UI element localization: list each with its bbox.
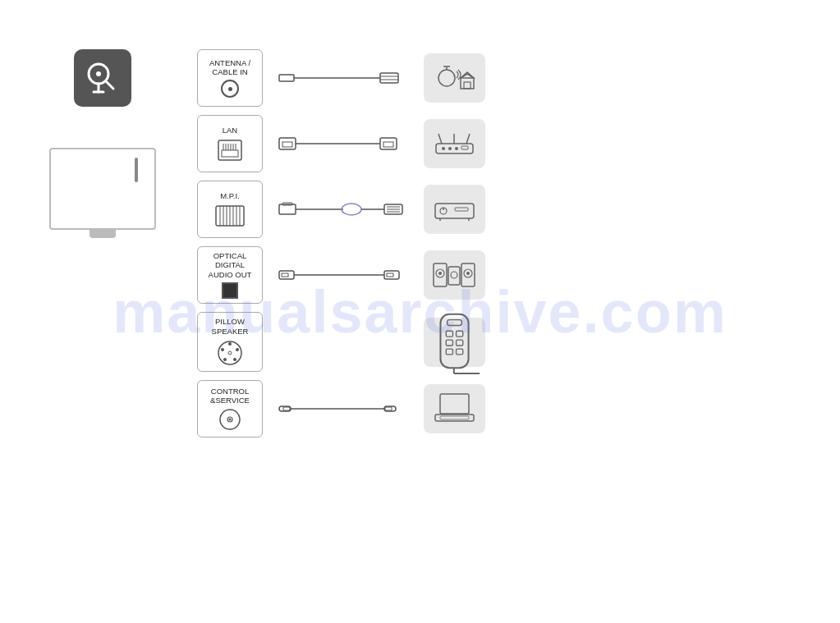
port-box-mpi: M.P.I. bbox=[197, 181, 263, 238]
pillow-speaker-icon bbox=[424, 309, 485, 376]
device-box-laptop bbox=[424, 384, 485, 433]
cable-area-antenna bbox=[278, 57, 409, 98]
tv-stand bbox=[90, 230, 116, 238]
router-icon bbox=[432, 126, 477, 163]
svg-point-75 bbox=[236, 348, 239, 351]
svg-rect-64 bbox=[387, 273, 393, 277]
optical-port-icon bbox=[222, 282, 238, 299]
svg-rect-68 bbox=[448, 267, 460, 285]
cable-icon-box bbox=[74, 49, 131, 107]
svg-rect-80 bbox=[440, 314, 468, 367]
service-port-icon bbox=[218, 408, 241, 431]
port-box-optical: OPTICALDIGITALAUDIO OUT bbox=[197, 246, 263, 304]
svg-rect-85 bbox=[457, 340, 463, 346]
left-column bbox=[49, 49, 156, 230]
device-box-settopbox bbox=[424, 185, 485, 234]
svg-rect-27 bbox=[380, 138, 397, 149]
svg-rect-61 bbox=[282, 273, 288, 277]
port-label-antenna: ANTENNA /CABLE IN bbox=[209, 58, 250, 77]
port-box-pillow: PILLOWSPEAKER bbox=[197, 312, 263, 372]
svg-point-69 bbox=[451, 272, 457, 278]
circular5pin-port-icon bbox=[216, 339, 244, 367]
tv-antenna-bar bbox=[135, 158, 138, 182]
svg-rect-28 bbox=[383, 142, 393, 147]
svg-rect-81 bbox=[448, 319, 462, 325]
device-box-speakers bbox=[424, 250, 485, 300]
svg-rect-83 bbox=[457, 331, 463, 337]
coax-port-icon bbox=[221, 80, 239, 98]
connector-row-service: CONTROL &SERVICE bbox=[197, 380, 485, 437]
connector-row-lan: LAN bbox=[197, 115, 485, 172]
cable-area-mpi bbox=[278, 189, 409, 230]
svg-point-76 bbox=[233, 358, 236, 361]
connector-row-pillow: PILLOWSPEAKER bbox=[197, 312, 485, 372]
svg-rect-82 bbox=[446, 331, 452, 337]
svg-point-3 bbox=[96, 71, 101, 76]
svg-point-78 bbox=[221, 348, 224, 351]
device-box-pillow bbox=[424, 318, 485, 367]
cable-area-pillow bbox=[278, 322, 409, 363]
svg-rect-36 bbox=[461, 146, 468, 149]
svg-point-72 bbox=[466, 272, 470, 275]
svg-point-35 bbox=[455, 147, 458, 150]
antenna-house-icon bbox=[432, 60, 477, 97]
mpi-cable-svg bbox=[278, 193, 409, 226]
svg-rect-55 bbox=[455, 208, 468, 211]
svg-rect-17 bbox=[222, 150, 238, 157]
device-box-router bbox=[424, 119, 485, 168]
device-box-antenna bbox=[424, 53, 485, 103]
svg-point-48 bbox=[342, 204, 361, 215]
svg-rect-98 bbox=[440, 394, 469, 414]
tv-illustration bbox=[49, 148, 156, 230]
port-icon-pillow bbox=[216, 339, 244, 367]
svg-point-74 bbox=[228, 342, 232, 346]
svg-line-32 bbox=[466, 134, 470, 144]
port-icon-service bbox=[218, 408, 241, 431]
speakers-icon bbox=[432, 257, 477, 294]
svg-point-10 bbox=[438, 70, 455, 86]
laptop-icon bbox=[432, 390, 477, 427]
svg-rect-15 bbox=[464, 82, 470, 89]
connector-row-antenna: ANTENNA /CABLE IN bbox=[197, 49, 485, 107]
connectors-column: ANTENNA /CABLE IN bbox=[197, 49, 485, 446]
svg-point-92 bbox=[229, 419, 232, 421]
port-box-lan: LAN bbox=[197, 115, 263, 172]
port-label-optical: OPTICALDIGITALAUDIO OUT bbox=[209, 251, 252, 279]
port-box-antenna: ANTENNA /CABLE IN bbox=[197, 49, 263, 107]
svg-rect-99 bbox=[435, 415, 474, 421]
svg-rect-87 bbox=[457, 349, 463, 355]
svg-rect-100 bbox=[440, 416, 469, 419]
svg-rect-29 bbox=[436, 144, 473, 153]
mpi-port-icon bbox=[214, 204, 246, 227]
port-box-service: CONTROL &SERVICE bbox=[197, 380, 263, 437]
rj45-port-icon bbox=[215, 139, 245, 162]
port-label-service: CONTROL &SERVICE bbox=[202, 387, 258, 405]
svg-rect-94 bbox=[283, 407, 290, 410]
port-icon-optical bbox=[222, 282, 238, 299]
svg-point-33 bbox=[442, 147, 445, 150]
svg-rect-86 bbox=[446, 349, 452, 355]
svg-point-79 bbox=[228, 351, 232, 355]
ethernet-cable-svg bbox=[278, 127, 409, 160]
tv-illustration-wrapper bbox=[49, 140, 156, 230]
main-layout: ANTENNA /CABLE IN bbox=[0, 0, 840, 479]
svg-point-34 bbox=[448, 147, 452, 150]
svg-line-30 bbox=[438, 134, 442, 144]
svg-rect-5 bbox=[279, 75, 294, 81]
connector-row-optical: OPTICALDIGITALAUDIO OUT bbox=[197, 246, 485, 304]
port-label-mpi: M.P.I. bbox=[220, 191, 240, 200]
svg-rect-84 bbox=[446, 340, 452, 346]
cable-area-optical bbox=[278, 254, 409, 295]
svg-rect-97 bbox=[385, 407, 392, 410]
port-icon-lan bbox=[215, 139, 245, 162]
page-container: manualsarchive.com bbox=[0, 0, 840, 623]
cable-plug-icon bbox=[82, 57, 123, 98]
port-label-pillow: PILLOWSPEAKER bbox=[212, 317, 249, 336]
port-label-lan: LAN bbox=[223, 126, 237, 135]
svg-rect-25 bbox=[282, 142, 292, 147]
port-icon-mpi bbox=[214, 204, 246, 227]
svg-point-77 bbox=[223, 358, 227, 361]
svg-rect-45 bbox=[279, 204, 296, 214]
minijack-cable-svg bbox=[278, 392, 409, 425]
port-icon-antenna bbox=[221, 80, 239, 98]
